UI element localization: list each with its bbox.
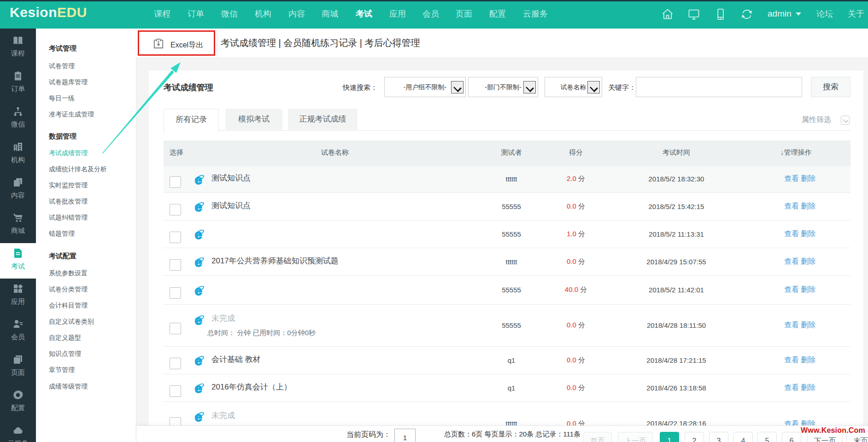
svg-text:e: e bbox=[195, 382, 202, 394]
svg-text:e: e bbox=[195, 173, 202, 185]
svg-text:e: e bbox=[195, 314, 202, 326]
svg-text:e: e bbox=[195, 256, 202, 268]
svg-text:e: e bbox=[195, 228, 202, 240]
svg-text:e: e bbox=[195, 284, 202, 296]
svg-text:e: e bbox=[195, 354, 202, 366]
svg-text:e: e bbox=[195, 200, 202, 212]
svg-text:e: e bbox=[195, 410, 202, 422]
